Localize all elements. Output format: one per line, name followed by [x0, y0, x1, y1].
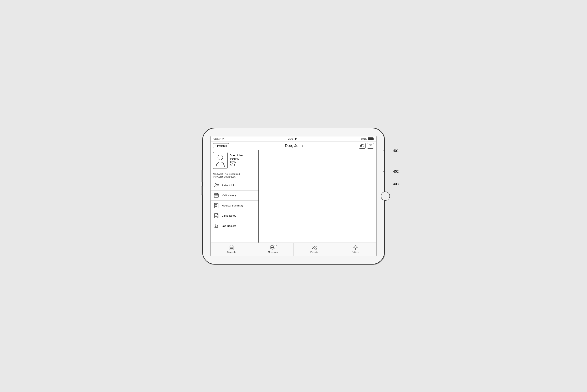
- menu-item-visit-history[interactable]: Visit History: [211, 190, 258, 201]
- carrier-info: Carrier: [213, 138, 224, 140]
- svg-line-26: [217, 225, 218, 226]
- svg-point-40: [313, 246, 314, 248]
- menu-item-patient-info[interactable]: Patient Info: [211, 180, 258, 190]
- patient-age-gender: 43y M: [230, 161, 243, 164]
- tablet-shell: Carrier 2:16 PM 100%: [202, 128, 385, 264]
- edit-button[interactable]: [367, 143, 374, 149]
- back-arrow-icon: ‹: [215, 144, 216, 148]
- menu-item-medical-summary[interactable]: Medical Summary: [211, 201, 258, 211]
- tab-schedule-label: Schedule: [227, 251, 236, 253]
- svg-rect-2: [369, 144, 372, 147]
- menu-item-lab-results[interactable]: Lab Results: [211, 221, 258, 231]
- visit-history-icon: [213, 192, 219, 198]
- messages-badge: 3: [273, 244, 276, 247]
- menu-label-clinic-notes: Clinic Notes: [222, 214, 236, 217]
- lab-results-icon: [213, 223, 219, 229]
- menu-label-lab-results: Lab Results: [222, 224, 236, 228]
- tab-patients[interactable]: Patients: [294, 243, 335, 256]
- home-button[interactable]: [381, 192, 390, 201]
- nav-actions: [359, 143, 374, 149]
- nav-bar: ‹ Patients Doe, John: [211, 142, 376, 150]
- status-time: 2:16 PM: [288, 138, 297, 140]
- battery-pct: 100%: [361, 138, 367, 140]
- carrier-label: Carrier: [213, 138, 221, 140]
- tab-bar: Schedule 3 Messages: [211, 242, 376, 256]
- diagram-label-401: 401: [393, 149, 399, 153]
- battery-icon: [368, 138, 374, 140]
- volume-down-button[interactable]: [201, 186, 202, 195]
- menu-label-patient-info: Patient Info: [222, 184, 235, 187]
- svg-point-1: [360, 145, 362, 146]
- patient-dob: 4/1/1999: [230, 157, 243, 160]
- tab-settings[interactable]: Settings: [335, 243, 376, 256]
- tab-messages[interactable]: 3 Messages: [252, 243, 294, 256]
- next-appt: Next Appt : Not Scheduled: [213, 173, 256, 175]
- diagram-label-402: 402: [393, 170, 399, 174]
- status-bar: Carrier 2:16 PM 100%: [211, 136, 376, 142]
- tab-schedule[interactable]: Schedule: [211, 243, 252, 256]
- screen: Carrier 2:16 PM 100%: [211, 136, 376, 256]
- menu-label-visit-history: Visit History: [222, 194, 236, 197]
- svg-point-41: [315, 246, 316, 247]
- toggle-button[interactable]: [359, 143, 366, 149]
- nav-title: Doe, John: [285, 144, 303, 148]
- patient-card: Doe, John 4/1/1999 43y M 6412: [211, 150, 258, 171]
- battery-info: 100%: [361, 138, 374, 140]
- right-panel: [259, 150, 376, 242]
- svg-point-42: [355, 247, 356, 248]
- svg-point-37: [273, 247, 273, 248]
- patient-name: Doe, John: [230, 154, 243, 157]
- wifi-icon: [221, 138, 224, 140]
- menu-label-medical-summary: Medical Summary: [222, 204, 243, 207]
- patient-info-icon: [213, 182, 219, 188]
- back-button[interactable]: ‹ Patients: [213, 143, 229, 148]
- patient-info-card: Doe, John 4/1/1999 43y M 6412: [230, 152, 243, 169]
- volume-up-button[interactable]: [201, 170, 202, 182]
- prev-appt: Prev Appt: 10/23/2006: [213, 176, 256, 178]
- back-button-label: Patients: [217, 144, 227, 148]
- menu-item-clinic-notes[interactable]: Clinic Notes: [211, 211, 258, 221]
- tab-settings-label: Settings: [352, 251, 359, 253]
- avatar: [213, 152, 228, 169]
- tab-messages-label: Messages: [268, 251, 278, 253]
- patient-id: 6412: [230, 164, 243, 167]
- svg-point-3: [218, 155, 223, 160]
- diagram-label-403: 403: [393, 182, 399, 186]
- svg-rect-8: [214, 194, 218, 197]
- svg-point-38: [272, 247, 272, 248]
- tab-patients-label: Patients: [311, 251, 318, 253]
- appointments-section: Next Appt : Not Scheduled Prev Appt: 10/…: [211, 171, 258, 180]
- left-panel: Doe, John 4/1/1999 43y M 6412 Next Appt …: [211, 150, 259, 242]
- clinic-notes-icon: [213, 213, 219, 219]
- main-content: Doe, John 4/1/1999 43y M 6412 Next Appt …: [211, 150, 376, 242]
- svg-point-4: [215, 184, 217, 185]
- medical-summary-icon: [213, 203, 219, 208]
